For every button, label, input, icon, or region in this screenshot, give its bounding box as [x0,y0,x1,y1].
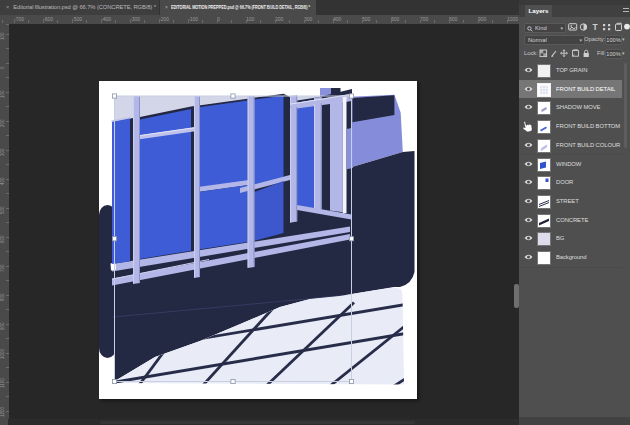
svg-text:T: T [593,22,599,32]
